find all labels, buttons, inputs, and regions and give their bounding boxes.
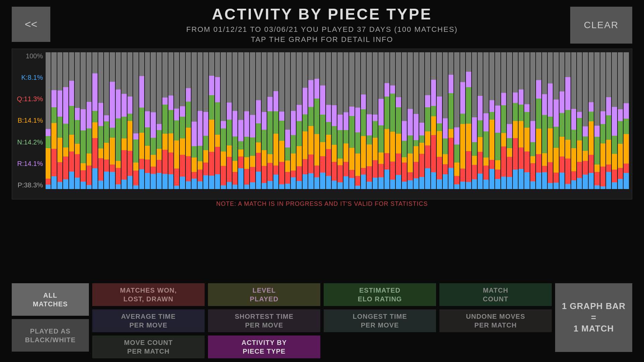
bar-col[interactable]: [232, 52, 237, 189]
avg-time-button[interactable]: AVERAGE TIMEPER MOVE: [92, 309, 205, 332]
clear-button[interactable]: CLEAR: [570, 7, 632, 44]
bar-col[interactable]: [553, 52, 558, 189]
bar-col[interactable]: [308, 52, 313, 189]
bar-col[interactable]: [332, 52, 337, 189]
bar-col[interactable]: [198, 52, 203, 189]
bar-col[interactable]: [483, 52, 488, 189]
bar-col[interactable]: [343, 52, 348, 189]
undone-moves-button[interactable]: UNDONE MOVESPER MATCH: [439, 309, 552, 332]
played-bw-button[interactable]: PLAYED ASBLACK/WHITE: [12, 319, 89, 352]
bar-col[interactable]: [267, 52, 272, 189]
bar-col[interactable]: [110, 52, 115, 189]
bar-col[interactable]: [174, 52, 179, 189]
activity-button[interactable]: ACTIVITY BYPIECE TYPE: [208, 336, 320, 358]
bar-col[interactable]: [373, 52, 378, 189]
bar-col[interactable]: [244, 52, 249, 189]
bar-col[interactable]: [583, 52, 588, 189]
bar-col[interactable]: [542, 52, 547, 189]
bar-col[interactable]: [145, 52, 150, 189]
bar-col[interactable]: [279, 52, 284, 189]
bar-col[interactable]: [227, 52, 232, 189]
bar-col[interactable]: [121, 52, 126, 189]
bar-col[interactable]: [256, 52, 261, 189]
bar-col[interactable]: [337, 52, 342, 189]
shortest-time-button[interactable]: SHORTEST TIMEPER MOVE: [208, 309, 320, 332]
bar-col[interactable]: [513, 52, 518, 189]
bar-col[interactable]: [116, 52, 121, 189]
bar-col[interactable]: [262, 52, 267, 189]
bar-col[interactable]: [396, 52, 401, 189]
bar-col[interactable]: [408, 52, 413, 189]
bar-col[interactable]: [162, 52, 167, 189]
matches-wld-button[interactable]: MATCHES WON,LOST, DRAWN: [92, 283, 205, 306]
bar-col[interactable]: [250, 52, 255, 189]
bar-col[interactable]: [51, 52, 56, 189]
bar-col[interactable]: [63, 52, 68, 189]
bar-col[interactable]: [559, 52, 565, 189]
bar-col[interactable]: [577, 52, 582, 189]
bar-col[interactable]: [594, 52, 599, 189]
bar-col[interactable]: [303, 52, 308, 189]
bar-col[interactable]: [209, 52, 214, 189]
bar-col[interactable]: [46, 52, 51, 189]
bar-col[interactable]: [291, 52, 296, 189]
bar-col[interactable]: [489, 52, 494, 189]
bar-col[interactable]: [192, 52, 197, 189]
bar-col[interactable]: [624, 52, 629, 189]
bar-col[interactable]: [600, 52, 605, 189]
bar-col[interactable]: [203, 52, 208, 189]
bar-col[interactable]: [75, 52, 80, 189]
bar-col[interactable]: [139, 52, 144, 189]
bar-col[interactable]: [92, 52, 97, 189]
back-button[interactable]: <<: [12, 7, 50, 42]
bar-col[interactable]: [431, 52, 436, 189]
bar-col[interactable]: [419, 52, 424, 189]
chart-container[interactable]: 100% K:8.1% Q:11.3% B:14.1% N:14.2% R:14…: [12, 49, 632, 199]
bar-col[interactable]: [454, 52, 459, 189]
bar-col[interactable]: [273, 52, 278, 189]
bar-col[interactable]: [151, 52, 156, 189]
bar-col[interactable]: [536, 52, 541, 189]
bar-col[interactable]: [320, 52, 325, 189]
bar-col[interactable]: [437, 52, 442, 189]
bar-col[interactable]: [448, 52, 453, 189]
bar-col[interactable]: [478, 52, 483, 189]
level-played-button[interactable]: LEVELPLAYED: [208, 283, 320, 306]
bar-col[interactable]: [414, 52, 419, 189]
bar-col[interactable]: [168, 52, 173, 189]
bar-col[interactable]: [501, 52, 506, 189]
bar-col[interactable]: [238, 52, 243, 189]
bar-col[interactable]: [355, 52, 360, 189]
bar-col[interactable]: [589, 52, 594, 189]
bar-col[interactable]: [180, 52, 185, 189]
bar-col[interactable]: [618, 52, 623, 189]
bar-col[interactable]: [466, 52, 471, 189]
longest-time-button[interactable]: LONGEST TIMEPER MOVE: [324, 309, 436, 332]
bar-col[interactable]: [221, 52, 226, 189]
bar-col[interactable]: [565, 52, 570, 189]
bar-col[interactable]: [606, 52, 611, 189]
bar-col[interactable]: [157, 52, 162, 189]
bar-col[interactable]: [530, 52, 535, 189]
bar-col[interactable]: [472, 52, 477, 189]
bar-col[interactable]: [519, 52, 524, 189]
bar-col[interactable]: [215, 52, 220, 189]
bar-col[interactable]: [443, 52, 448, 189]
match-count-button[interactable]: MATCHCOUNT: [439, 283, 552, 306]
bar-col[interactable]: [571, 52, 576, 189]
bar-col[interactable]: [507, 52, 512, 189]
bar-col[interactable]: [495, 52, 500, 189]
bar-col[interactable]: [425, 52, 430, 189]
elo-rating-button[interactable]: ESTIMATEDELO RATING: [324, 283, 436, 306]
move-count-button[interactable]: MOVE COUNTPER MATCH: [92, 336, 205, 358]
bar-col[interactable]: [297, 52, 302, 189]
bar-col[interactable]: [384, 52, 389, 189]
bar-col[interactable]: [57, 52, 62, 189]
bar-col[interactable]: [378, 52, 383, 189]
bar-col[interactable]: [349, 52, 354, 189]
bar-col[interactable]: [460, 52, 465, 189]
bar-col[interactable]: [80, 52, 86, 189]
bar-col[interactable]: [524, 52, 529, 189]
bar-col[interactable]: [87, 52, 92, 189]
bar-col[interactable]: [133, 52, 138, 189]
